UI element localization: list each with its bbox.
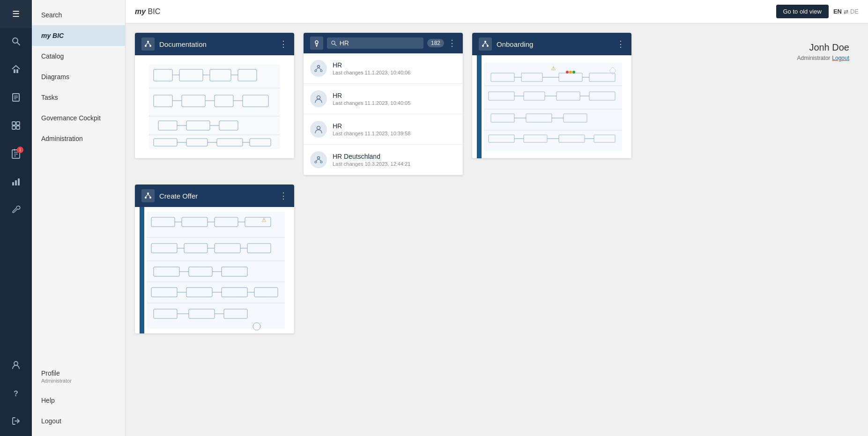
administration-button[interactable]	[0, 197, 32, 225]
hr-item-3-title: HR	[333, 122, 410, 130]
diagrams-button[interactable]	[0, 112, 32, 140]
user-name: Jonh Doe	[650, 42, 849, 53]
nav-item-tasks[interactable]: Tasks	[32, 87, 125, 108]
create-offer-card-menu[interactable]: ⋮	[279, 191, 288, 201]
hr-item-1-info: HR Last changes 11.1.2023, 10:40:06	[333, 61, 410, 75]
onboarding-card-title: Onboarding	[497, 40, 612, 48]
home-icon	[11, 65, 21, 76]
hr-list-item-1[interactable]: HR Last changes 11.1.2023, 10:40:06	[304, 53, 463, 84]
svg-point-64	[315, 70, 317, 72]
nav-label-catalog: Catalog	[41, 52, 64, 60]
nav-item-profile[interactable]: Profile Administrator	[32, 363, 125, 390]
svg-point-69	[317, 126, 320, 130]
hamburger-button[interactable]: ☰	[0, 0, 32, 28]
governance-icon	[11, 177, 21, 189]
user-logout-link[interactable]: Logout	[832, 55, 849, 61]
hr-card: 182 ⋮	[304, 33, 463, 175]
svg-point-68	[317, 96, 320, 99]
onboarding-card-body: ⚠	[472, 55, 631, 158]
svg-point-76	[482, 45, 484, 47]
onboarding-card-header: Onboarding ⋮	[472, 33, 631, 55]
nav-item-diagrams[interactable]: Diagrams	[32, 67, 125, 87]
lang-en[interactable]: EN	[833, 8, 842, 15]
logout-icon	[11, 416, 21, 428]
hr-list-item-2[interactable]: HR Last changes 11.1.2023, 10:40:05	[304, 84, 463, 114]
svg-point-118	[149, 197, 151, 199]
hr-item-4-title: HR Deutschland	[333, 153, 410, 160]
documentation-card-menu[interactable]: ⋮	[279, 39, 288, 49]
svg-rect-11	[16, 126, 20, 129]
svg-rect-81	[484, 62, 622, 151]
svg-line-78	[483, 43, 485, 45]
onboarding-diagram[interactable]: ⚠	[472, 55, 631, 158]
page-title: my BIC	[135, 7, 160, 16]
lang-de[interactable]: DE	[850, 8, 859, 15]
tasks-icon: 1	[11, 148, 21, 161]
header: my BIC Go to old view EN ⇄ DE	[126, 0, 868, 23]
onboarding-card-icon	[479, 37, 492, 51]
hr-search-wrap[interactable]	[327, 37, 423, 49]
hr-list: HR Last changes 11.1.2023, 10:40:06	[304, 53, 463, 175]
content-area: Documentation ⋮	[126, 23, 868, 436]
create-offer-card-title: Create Offer	[159, 192, 274, 200]
wrench-icon	[11, 205, 21, 217]
old-view-button[interactable]: Go to old view	[776, 5, 829, 18]
nav-label-governance: Governance Cockpit	[41, 114, 101, 122]
hr-card-icon	[310, 37, 323, 50]
hr-item-2-sub: Last changes 11.1.2023, 10:40:05	[333, 100, 410, 106]
nav-panel: Search my BIC Catalog Diagrams Tasks Gov…	[32, 0, 126, 436]
svg-rect-18	[12, 182, 14, 185]
svg-point-75	[484, 41, 486, 43]
lang-switch-icon[interactable]: ⇄	[844, 8, 848, 15]
hr-card-menu[interactable]: ⋮	[448, 38, 456, 48]
svg-line-120	[148, 194, 150, 197]
svg-point-93	[566, 71, 569, 74]
nav-item-catalog[interactable]: Catalog	[32, 46, 125, 67]
svg-point-24	[145, 45, 147, 47]
search-sidebar-icon	[11, 37, 21, 48]
nav-item-mybic[interactable]: my BIC	[32, 25, 125, 46]
svg-point-94	[569, 71, 572, 74]
nav-item-administration[interactable]: Administration	[32, 128, 125, 149]
documentation-card-header: Documentation ⋮	[135, 33, 294, 55]
hr-list-item-4[interactable]: HR Deutschland Last changes 10.3.2023, 1…	[304, 145, 463, 175]
catalog-button[interactable]	[0, 84, 32, 112]
svg-point-63	[318, 66, 320, 68]
tasks-button[interactable]: 1	[0, 140, 32, 169]
help-button[interactable]: ?	[0, 380, 32, 408]
svg-line-27	[148, 43, 150, 45]
svg-line-119	[146, 194, 148, 197]
nav-item-governance[interactable]: Governance Cockpit	[32, 108, 125, 128]
svg-point-72	[320, 161, 322, 163]
hr-list-item-3[interactable]: HR Last changes 11.1.2023, 10:39:58	[304, 114, 463, 145]
documentation-card-title: Documentation	[159, 40, 274, 48]
search-sidebar-button[interactable]	[0, 28, 32, 56]
svg-point-71	[315, 161, 317, 163]
hamburger-icon: ☰	[12, 9, 20, 19]
nav-item-search[interactable]: Search	[32, 5, 125, 25]
language-switcher: EN ⇄ DE	[833, 8, 859, 15]
profile-button[interactable]	[0, 352, 32, 380]
onboarding-card-menu[interactable]: ⋮	[616, 39, 625, 49]
svg-rect-80	[477, 55, 482, 158]
governance-button[interactable]	[0, 169, 32, 197]
nav-item-help[interactable]: Help	[32, 390, 125, 411]
logout-button[interactable]	[0, 408, 32, 436]
svg-line-1	[17, 43, 20, 45]
svg-point-58	[315, 41, 318, 44]
documentation-diagram[interactable]	[135, 55, 294, 158]
hr-badge: 182	[427, 39, 444, 47]
cards-row-1: Documentation ⋮	[135, 33, 859, 175]
user-role: Administrator	[797, 55, 831, 61]
create-offer-diagram[interactable]: ⚠	[135, 207, 294, 333]
hr-item-4-info: HR Deutschland Last changes 10.3.2023, 1…	[333, 153, 410, 167]
hr-item-2-info: HR Last changes 11.1.2023, 10:40:05	[333, 92, 410, 106]
nav-item-logout[interactable]: Logout	[32, 411, 125, 431]
home-button[interactable]	[0, 56, 32, 84]
svg-rect-19	[15, 180, 17, 185]
svg-point-95	[572, 71, 575, 74]
hr-search-input[interactable]	[340, 39, 420, 47]
svg-line-66	[316, 68, 319, 70]
documentation-card: Documentation ⋮	[135, 33, 294, 158]
svg-point-77	[487, 45, 489, 47]
